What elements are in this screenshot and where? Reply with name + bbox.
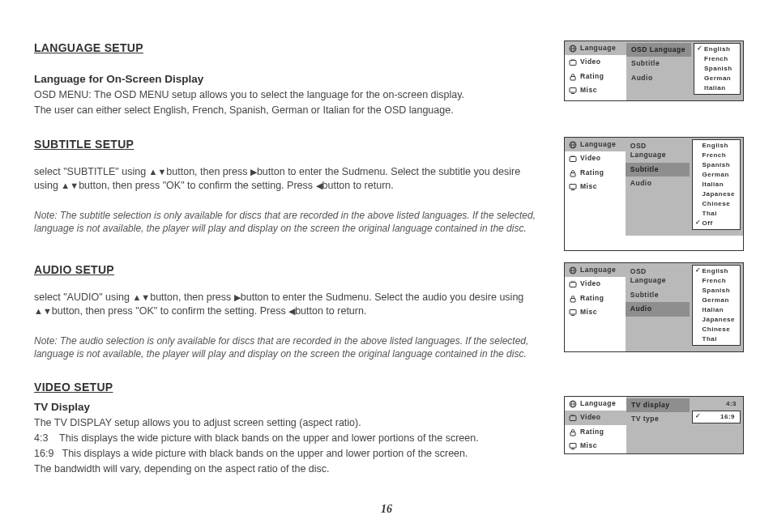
audio-para: select "AUDIO" using ▲▼button, then pres… (34, 291, 545, 318)
osd-menu-subtitle: Language Video Rating Misc OSD Language … (564, 137, 744, 251)
menu-left-misc[interactable]: Misc (565, 439, 626, 453)
audio-opt[interactable]: Japanese (693, 315, 740, 325)
menu-mid-audio[interactable]: Audio (626, 71, 691, 85)
svg-rect-16 (570, 185, 576, 189)
right-icon: ▶ (234, 292, 241, 302)
updown-icon: ▲▼ (34, 306, 52, 316)
menu-mid-osd-language[interactable]: OSD Language (626, 265, 690, 288)
svg-rect-15 (570, 172, 575, 177)
video-subheading: TV Display (34, 400, 545, 415)
menu-mid-osd-language[interactable]: OSD Language (626, 43, 691, 57)
svg-rect-33 (570, 432, 575, 436)
sub-opt[interactable]: Japanese (693, 189, 740, 199)
menu-mid-tv-type[interactable]: TV type (626, 412, 690, 426)
updown-icon: ▲▼ (132, 292, 150, 302)
menu-left-rating[interactable]: Rating (565, 425, 626, 439)
video-p2: 4:3 This displays the wide picture with … (34, 432, 545, 445)
subtitle-setup-heading: SUBTITLE SETUP (34, 137, 545, 152)
video-p3: 16:9 This displays a wide picture with b… (34, 447, 545, 461)
monitor-icon (569, 183, 577, 191)
audio-opt[interactable]: Italian (693, 305, 740, 315)
menu-left-video[interactable]: Video (565, 55, 626, 69)
sub-opt-off[interactable]: Off (693, 219, 740, 228)
menu-left-misc[interactable]: Misc (565, 180, 626, 194)
svg-rect-12 (570, 157, 576, 162)
menu-left-video[interactable]: Video (565, 277, 626, 291)
svg-rect-25 (570, 310, 576, 315)
tv-icon (569, 280, 577, 288)
sub-opt[interactable]: French (693, 151, 740, 160)
page-number: 16 (0, 502, 773, 517)
menu-left-misc[interactable]: Misc (565, 305, 626, 319)
language-subheading: Language for On-Screen Display (34, 72, 545, 87)
audio-opt[interactable]: German (693, 296, 740, 305)
video-setup-heading: VIDEO SETUP (34, 380, 545, 395)
updown-icon: ▲▼ (149, 167, 167, 177)
globe-icon (569, 400, 577, 408)
audio-setup-heading: AUDIO SETUP (34, 262, 545, 278)
menu-left-video[interactable]: Video (565, 411, 626, 424)
lock-icon (569, 428, 577, 436)
svg-rect-7 (570, 88, 576, 93)
menu-mid-subtitle[interactable]: Subtitle (626, 57, 691, 70)
left-icon: ◀ (288, 306, 295, 316)
sub-opt[interactable]: Chinese (693, 199, 740, 209)
tv-icon (569, 58, 577, 66)
menu-left-language[interactable]: Language (565, 397, 626, 411)
language-para-1: OSD MENU: The OSD MENU setup allows you … (34, 88, 545, 102)
updown-icon: ▲▼ (61, 181, 79, 190)
audio-opt[interactable]: Spanish (693, 286, 740, 296)
audio-opt[interactable]: English (693, 266, 740, 276)
lang-opt-italian[interactable]: Italian (694, 83, 740, 93)
svg-rect-30 (570, 416, 576, 421)
lang-opt-spanish[interactable]: Spanish (694, 64, 740, 74)
monitor-icon (569, 87, 577, 95)
menu-mid-osd-language[interactable]: OSD Language (626, 139, 690, 163)
sub-opt[interactable]: Spanish (693, 160, 740, 170)
osd-menu-language: Language Video Rating Misc OSD Language … (564, 40, 744, 101)
svg-rect-6 (570, 76, 575, 80)
lock-icon (569, 73, 577, 81)
menu-mid-audio[interactable]: Audio (626, 177, 690, 190)
tv-opt-16-9[interactable]: 16:9 (693, 412, 740, 422)
sub-opt[interactable]: German (693, 170, 740, 180)
language-para-2: The user can either select English, Fren… (34, 104, 545, 117)
sub-opt[interactable]: English (693, 141, 740, 151)
sub-opt[interactable]: Thai (693, 209, 740, 219)
menu-left-rating[interactable]: Rating (565, 70, 626, 83)
menu-mid-subtitle[interactable]: Subtitle (626, 163, 690, 177)
menu-left-language[interactable]: Language (565, 41, 626, 55)
language-setup-heading: LANGUAGE SETUP (34, 40, 545, 56)
menu-left-video[interactable]: Video (565, 151, 626, 165)
globe-icon (569, 45, 577, 53)
lock-icon (569, 295, 577, 303)
menu-mid-subtitle[interactable]: Subtitle (626, 288, 690, 302)
monitor-icon (569, 309, 577, 317)
right-icon: ▶ (250, 167, 257, 177)
menu-mid-tv-display[interactable]: TV display (626, 398, 690, 412)
globe-icon (569, 266, 577, 275)
subtitle-para: select "SUBTITLE" using ▲▼button, then p… (34, 165, 545, 193)
lang-opt-english[interactable]: English (694, 45, 740, 54)
menu-mid-audio[interactable]: Audio (626, 302, 690, 316)
tv-opt-4-3[interactable]: 4:3 (690, 398, 743, 411)
menu-left-language[interactable]: Language (565, 263, 626, 277)
svg-rect-21 (570, 283, 576, 287)
svg-rect-3 (570, 61, 576, 66)
audio-opt[interactable]: French (693, 276, 740, 286)
sub-opt[interactable]: Italian (693, 180, 740, 189)
menu-left-rating[interactable]: Rating (565, 292, 626, 305)
globe-icon (569, 141, 577, 149)
lock-icon (569, 169, 577, 177)
svg-rect-34 (570, 444, 576, 449)
menu-left-language[interactable]: Language (565, 138, 626, 151)
audio-opt[interactable]: Chinese (693, 325, 740, 334)
tv-icon (569, 155, 577, 163)
audio-opt[interactable]: Thai (693, 334, 740, 344)
lang-opt-french[interactable]: French (694, 54, 740, 64)
tv-icon (569, 414, 577, 422)
video-p1: The TV DISPLAY setup allows you to adjus… (34, 416, 545, 430)
menu-left-misc[interactable]: Misc (565, 83, 626, 97)
menu-left-rating[interactable]: Rating (565, 166, 626, 180)
lang-opt-german[interactable]: German (694, 74, 740, 83)
